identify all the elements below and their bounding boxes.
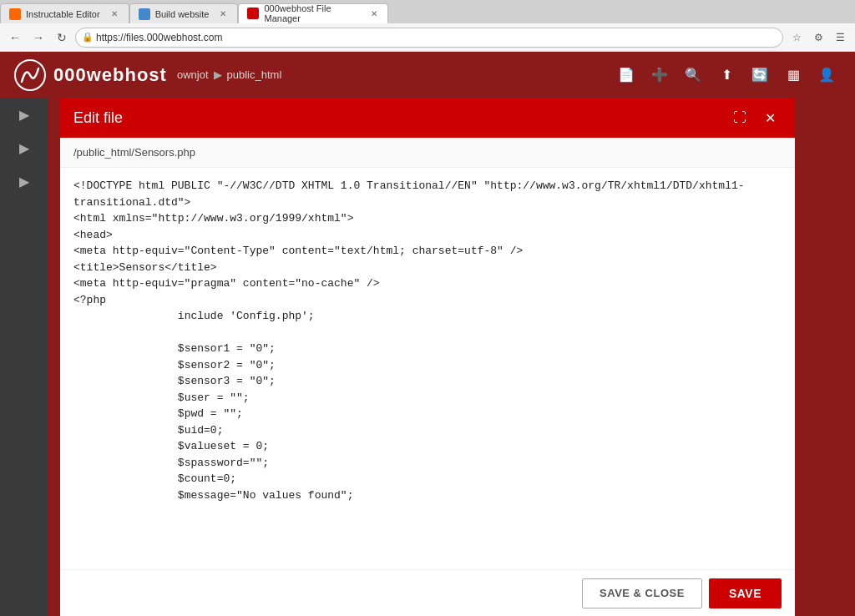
- tab-label-instructable: Instructable Editor: [26, 9, 100, 19]
- extension-button[interactable]: ⚙: [808, 28, 828, 48]
- tab-close-webhost[interactable]: ✕: [369, 8, 380, 19]
- app-logo: 000webhost: [13, 58, 167, 92]
- breadcrumb-current: public_html: [227, 68, 282, 81]
- sidebar-item-2[interactable]: ▶: [0, 131, 48, 164]
- save-button[interactable]: SAVE: [709, 578, 782, 608]
- modal-title: Edit file: [73, 109, 123, 127]
- maximize-button[interactable]: ⛶: [728, 106, 751, 129]
- app-nav-icons: 📄 ➕ 🔍 ⬆ 🔄 ▦ 👤: [611, 60, 842, 90]
- modal-body: <!DOCTYPE html PUBLIC "-//W3C//DTD XHTML…: [60, 168, 795, 569]
- tab-favicon-webhost: [247, 8, 259, 19]
- breadcrumb-root: ownjot: [177, 68, 209, 81]
- tab-webhost[interactable]: 000webhost File Manager ✕: [238, 3, 388, 23]
- breadcrumb: ownjot ▶ public_html: [177, 68, 281, 81]
- logo-svg-icon: [13, 58, 47, 92]
- browser-tab-bar: Instructable Editor ✕ Build website ✕ 00…: [0, 0, 855, 23]
- modal-header-icons: ⛶ ✕: [728, 106, 782, 129]
- tab-close-instructable[interactable]: ✕: [109, 8, 120, 20]
- tab-close-build[interactable]: ✕: [217, 8, 229, 20]
- tab-instructable[interactable]: Instructable Editor ✕: [0, 3, 129, 23]
- tab-label-webhost: 000webhost File Manager: [264, 3, 360, 23]
- grid-icon[interactable]: ▦: [778, 60, 808, 90]
- add-icon[interactable]: ➕: [645, 60, 675, 90]
- tab-favicon-instructable: [9, 8, 21, 20]
- close-modal-button[interactable]: ✕: [758, 106, 782, 129]
- modal-header: Edit file ⛶ ✕: [60, 98, 795, 138]
- app-header: 000webhost ownjot ▶ public_html 📄 ➕ 🔍 ⬆ …: [0, 52, 855, 98]
- app-logo-area: 000webhost ownjot ▶ public_html: [13, 58, 281, 92]
- refresh-button[interactable]: ↻: [52, 28, 72, 48]
- address-input[interactable]: [75, 28, 783, 48]
- logo-text: 000webhost: [53, 64, 167, 86]
- star-button[interactable]: ☆: [787, 28, 807, 48]
- browser-toolbar-icons: ☆ ⚙ ☰: [787, 28, 850, 48]
- app-container: 000webhost ownjot ▶ public_html 📄 ➕ 🔍 ⬆ …: [0, 52, 855, 616]
- refresh-app-icon[interactable]: 🔄: [745, 60, 775, 90]
- address-bar-wrap: 🔒: [75, 28, 783, 48]
- sidebar: ▶ ▶ ▶: [0, 98, 48, 616]
- code-editor[interactable]: <!DOCTYPE html PUBLIC "-//W3C//DTD XHTML…: [60, 168, 795, 569]
- new-file-icon[interactable]: 📄: [611, 60, 641, 90]
- save-close-button[interactable]: SAVE & CLOSE: [582, 578, 702, 608]
- user-icon[interactable]: 👤: [812, 60, 842, 90]
- upload-icon[interactable]: ⬆: [711, 60, 741, 90]
- back-button[interactable]: ←: [5, 28, 25, 48]
- modal-footer: SAVE & CLOSE SAVE: [60, 569, 795, 616]
- search-icon[interactable]: 🔍: [678, 60, 708, 90]
- sidebar-item-3[interactable]: ▶: [0, 164, 48, 198]
- forward-button[interactable]: →: [28, 28, 48, 48]
- tab-build[interactable]: Build website ✕: [129, 3, 239, 23]
- sidebar-item-1[interactable]: ▶: [0, 98, 48, 131]
- menu-button[interactable]: ☰: [830, 28, 850, 48]
- edit-file-modal: Edit file ⛶ ✕ /public_html/Sensors.php <…: [60, 98, 795, 616]
- tab-label-build: Build website: [155, 9, 210, 19]
- tab-favicon-build: [139, 8, 150, 20]
- browser-chrome: Instructable Editor ✕ Build website ✕ 00…: [0, 0, 855, 52]
- modal-filepath: /public_html/Sensors.php: [60, 138, 795, 168]
- breadcrumb-sep-1: ▶: [214, 68, 222, 81]
- lock-icon: 🔒: [82, 32, 94, 43]
- browser-toolbar: ← → ↻ 🔒 ☆ ⚙ ☰: [0, 23, 855, 52]
